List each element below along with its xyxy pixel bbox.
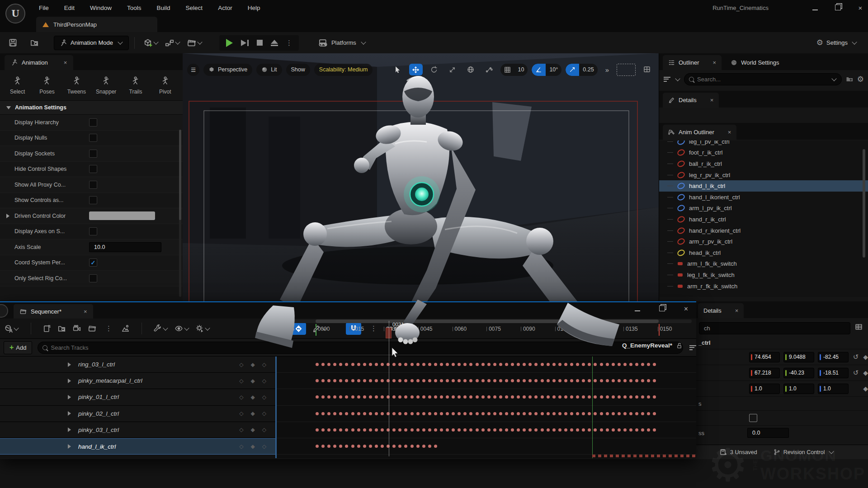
menu-item-help[interactable]: Help [248, 5, 260, 11]
axis-value-field[interactable]: -18.51 [818, 368, 849, 378]
keyframe-dot[interactable] [357, 412, 360, 415]
keyframe-dot[interactable] [363, 445, 366, 448]
keyframe-dot[interactable] [387, 412, 390, 415]
keyframe-dot[interactable] [493, 395, 496, 399]
rotation-snap-control[interactable]: 10° [532, 64, 561, 76]
keyframe-dot[interactable] [452, 395, 455, 399]
keyframe-dot[interactable] [523, 412, 526, 415]
keyframe-dot[interactable] [357, 363, 360, 366]
anim-control-arm_l_pv_ik_ctrl[interactable]: arm_l_pv_ik_ctrl [659, 203, 868, 214]
keyframe-dot[interactable] [369, 363, 372, 366]
keyframe-dot[interactable] [558, 412, 561, 415]
expand-arrow-icon[interactable] [68, 362, 71, 367]
keyframe-dot[interactable] [547, 428, 550, 432]
keyframe-dot[interactable] [612, 412, 615, 415]
tool-pivot[interactable]: Pivot [152, 76, 178, 95]
key-nav-add[interactable]: ◆ [251, 378, 255, 384]
keyframe-dot[interactable] [582, 428, 585, 432]
left-panel-scrollbar-thumb[interactable] [179, 130, 181, 220]
keyframe-dot[interactable] [558, 428, 561, 432]
keyframe-dot[interactable] [316, 428, 319, 432]
tab-details-bottom[interactable]: Details × [698, 303, 744, 318]
key-nav-add[interactable]: ◆ [251, 394, 255, 400]
tool-trails[interactable]: Trails [123, 76, 149, 95]
keyframe-dot[interactable] [476, 412, 479, 415]
expand-arrow-icon[interactable] [68, 379, 71, 383]
keyframe-dot[interactable] [534, 428, 538, 432]
keyframe-dot[interactable] [428, 363, 431, 366]
keyframe-dot[interactable] [534, 379, 538, 382]
keyframe-dot[interactable] [481, 395, 485, 399]
add-actor-track-icon[interactable] [121, 324, 130, 333]
key-nav-add[interactable]: ◆ [251, 410, 255, 417]
setting-checkbox[interactable] [89, 196, 97, 204]
keyframe-dot[interactable] [570, 395, 573, 399]
anim-control-hand_l_ikorient_ctrl[interactable]: hand_l_ikorient_ctrl [659, 192, 868, 203]
keyframe-dot[interactable] [517, 363, 520, 366]
animation-mode-dropdown[interactable]: Animation Mode [54, 36, 129, 50]
keyframe-dot[interactable] [629, 428, 632, 432]
key-nav-prev[interactable]: ◇ [239, 394, 243, 400]
keyframe-dot[interactable] [440, 412, 443, 415]
keyframe-dot[interactable] [647, 412, 650, 415]
keyframe-dot[interactable] [398, 412, 401, 415]
keyframe-dot[interactable] [316, 379, 319, 382]
tab-details[interactable]: Details × [663, 93, 719, 108]
keyframe-dot[interactable] [600, 379, 603, 382]
outliner-search-input[interactable]: Search... [684, 73, 842, 85]
create-asset-icon[interactable] [43, 324, 51, 333]
keyframe-dot[interactable] [440, 379, 443, 382]
keyframe-dot[interactable] [528, 379, 532, 382]
keyframe-dot[interactable] [357, 395, 360, 399]
axis-value-field[interactable]: 1.0 [818, 384, 849, 394]
new-folder-icon[interactable] [845, 75, 854, 83]
keyframe-dot[interactable] [499, 379, 502, 382]
setting-checkbox[interactable] [89, 165, 97, 173]
keyframe-dot[interactable] [564, 363, 567, 366]
expand-arrow-icon[interactable] [68, 411, 71, 416]
axis-value-field[interactable]: -82.45 [818, 352, 849, 362]
keyframe-dot[interactable] [487, 363, 491, 366]
sequencer-world-dropdown[interactable] [5, 324, 19, 333]
anim-control-hand_r_ik_ctrl[interactable]: hand_r_ik_ctrl [659, 214, 868, 225]
keyframe-dot[interactable] [404, 395, 407, 399]
setting-checkbox[interactable] [89, 118, 97, 127]
keyframe-dot[interactable] [316, 395, 319, 399]
keyframe-dot[interactable] [647, 395, 650, 399]
keyframe-dot[interactable] [612, 379, 615, 382]
keyframe-dot[interactable] [404, 445, 407, 448]
tab-outliner[interactable]: Outliner × [663, 55, 722, 70]
setting-checkbox[interactable] [89, 134, 97, 142]
tab-animation[interactable]: Animation × [5, 55, 73, 70]
expand-toolbar-button[interactable]: » [602, 64, 613, 76]
expand-arrow-icon[interactable] [68, 395, 71, 399]
keyframe-dot[interactable] [345, 379, 348, 382]
unreal-logo-icon[interactable]: U [5, 4, 25, 23]
keyframe-dot[interactable] [534, 412, 538, 415]
keyframe-dot[interactable] [452, 412, 455, 415]
keyframe-dot[interactable] [351, 379, 354, 382]
keyframe-dot[interactable] [487, 379, 491, 382]
anim-control-arm_r_fk_ik_switch[interactable]: arm_r_fk_ik_switch [659, 281, 868, 292]
track-row-pinky_metacarpal_l_ctrl[interactable]: pinky_metacarpal_l_ctrl◇◆◇ [0, 373, 275, 389]
menu-item-edit[interactable]: Edit [64, 5, 75, 11]
close-icon[interactable]: × [735, 307, 739, 314]
keyframe-dot[interactable] [564, 395, 567, 399]
keyframe-diamond-icon[interactable]: ◆ [863, 385, 868, 392]
keyframe-dot[interactable] [357, 379, 360, 382]
keyframe-dot[interactable] [588, 379, 591, 382]
keyframe-dot[interactable] [410, 445, 414, 448]
keyframe-dot[interactable] [635, 379, 638, 382]
keyframe-dot[interactable] [600, 363, 603, 366]
keyframe-dot[interactable] [517, 412, 520, 415]
keyframe-dot[interactable] [487, 395, 491, 399]
keyframe-dot[interactable] [422, 395, 425, 399]
setting-number-field[interactable]: 10.0 [89, 242, 161, 252]
keyframe-dot[interactable] [381, 412, 384, 415]
keyframe-dot[interactable] [653, 412, 656, 415]
setting-checkbox-checked[interactable]: ✓ [89, 258, 97, 267]
menu-item-file[interactable]: File [39, 5, 49, 11]
track-row-pinky_01_l_ctrl[interactable]: pinky_01_l_ctrl◇◆◇ [0, 389, 275, 405]
keyframe-dot[interactable] [588, 428, 591, 432]
keyframe-dot[interactable] [410, 395, 414, 399]
